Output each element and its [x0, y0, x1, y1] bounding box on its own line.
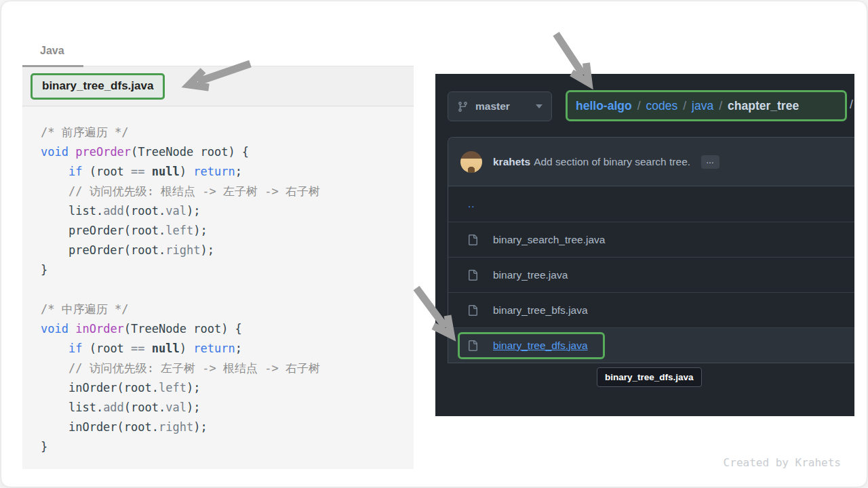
page-card: Java binary_tree_dfs.java /* 前序遍历 */void…: [1, 1, 867, 487]
code-line-13: // 访问优先级: 左子树 -> 根结点 -> 右子树: [41, 359, 401, 378]
branch-name: master: [475, 100, 510, 113]
chevron-down-icon: [536, 104, 542, 108]
code-line-11: void inOrder(TreeNode root) {: [41, 319, 401, 339]
breadcrumb-trailing-separator: /: [850, 98, 853, 112]
commit-message-link[interactable]: Add section of binary search tree.: [534, 156, 690, 168]
file-icon: [467, 270, 478, 281]
file-name-link[interactable]: binary_tree_bfs.java: [493, 304, 588, 317]
code-line-9: [41, 280, 401, 300]
git-branch-icon: [457, 101, 469, 113]
tab-active-underline: [22, 65, 83, 67]
code-filename: binary_tree_dfs.java: [42, 79, 153, 92]
code-line-15: list.add(root.val);: [41, 398, 401, 418]
code-editor-panel: Java binary_tree_dfs.java /* 前序遍历 */void…: [22, 39, 414, 469]
breadcrumb-chapter_tree: chapter_tree: [728, 99, 799, 113]
avatar[interactable]: [460, 151, 482, 173]
code-line-14: inOrder(root.left);: [41, 378, 401, 398]
file-annotation-box: binary_tree_dfs.java: [458, 332, 605, 359]
code-line-12: if (root == null) return;: [41, 339, 401, 359]
code-line-7: preOrder(root.right);: [41, 241, 401, 260]
filename-annotation-box: binary_tree_dfs.java: [31, 73, 165, 100]
file-icon: [467, 235, 478, 245]
commit-author-link[interactable]: krahets: [493, 156, 530, 168]
parent-directory-row[interactable]: ..: [448, 186, 854, 222]
file-icon: [467, 305, 478, 316]
code-line-10: /* 中序遍历 */: [41, 300, 401, 319]
file-icon: [467, 340, 478, 351]
file-name-link[interactable]: binary_tree_dfs.java: [493, 340, 588, 352]
breadcrumb: hello-algo/codes/java/chapter_tree: [576, 99, 799, 113]
latest-commit-bar: krahets Add section of binary search tre…: [448, 138, 854, 186]
file-row[interactable]: binary_search_tree.java: [448, 222, 854, 257]
commit-expand-button[interactable]: …: [701, 155, 719, 169]
file-tooltip: binary_tree_dfs.java: [597, 367, 702, 387]
file-row[interactable]: binary_tree_bfs.java: [448, 292, 854, 327]
code-line-1: /* 前序遍历 */: [41, 123, 401, 142]
credit-text: Created by Krahets: [724, 456, 841, 469]
breadcrumb-separator: /: [683, 99, 686, 113]
breadcrumb-java[interactable]: java: [692, 99, 713, 113]
file-name-link[interactable]: binary_search_tree.java: [493, 234, 605, 246]
breadcrumb-hello-algo[interactable]: hello-algo: [576, 99, 632, 113]
code-line-4: // 访问优先级: 根结点 -> 左子树 -> 右子树: [41, 182, 401, 201]
code-line-5: list.add(root.val);: [41, 201, 401, 221]
breadcrumb-separator: /: [637, 99, 641, 113]
file-name-link[interactable]: binary_tree.java: [493, 269, 568, 281]
breadcrumb-codes[interactable]: codes: [646, 99, 678, 113]
code-line-2: void preOrder(TreeNode root) {: [41, 142, 401, 162]
file-row[interactable]: binary_tree.java: [448, 257, 854, 292]
code-block: /* 前序遍历 */void preOrder(TreeNode root) {…: [22, 106, 414, 469]
language-tab-bar: Java: [22, 39, 414, 66]
breadcrumb-annotation-box: hello-algo/codes/java/chapter_tree: [566, 90, 847, 121]
code-line-8: }: [41, 260, 401, 280]
file-list: binary_search_tree.javabinary_tree.javab…: [448, 222, 854, 363]
tab-java[interactable]: Java: [40, 45, 64, 57]
branch-selector-button[interactable]: master: [448, 92, 552, 121]
filename-header: binary_tree_dfs.java: [22, 66, 414, 106]
code-line-6: preOrder(root.left);: [41, 221, 401, 241]
code-line-3: if (root == null) return;: [41, 162, 401, 182]
github-explorer-panel: master hello-algo/codes/java/chapter_tre…: [435, 74, 854, 416]
code-line-16: inOrder(root.right);: [41, 418, 401, 437]
code-line-17: }: [41, 437, 401, 457]
parent-directory-link[interactable]: ..: [468, 198, 475, 210]
file-browser: krahets Add section of binary search tre…: [448, 137, 854, 363]
file-row[interactable]: binary_tree_dfs.java: [448, 327, 854, 363]
breadcrumb-separator: /: [719, 99, 722, 113]
